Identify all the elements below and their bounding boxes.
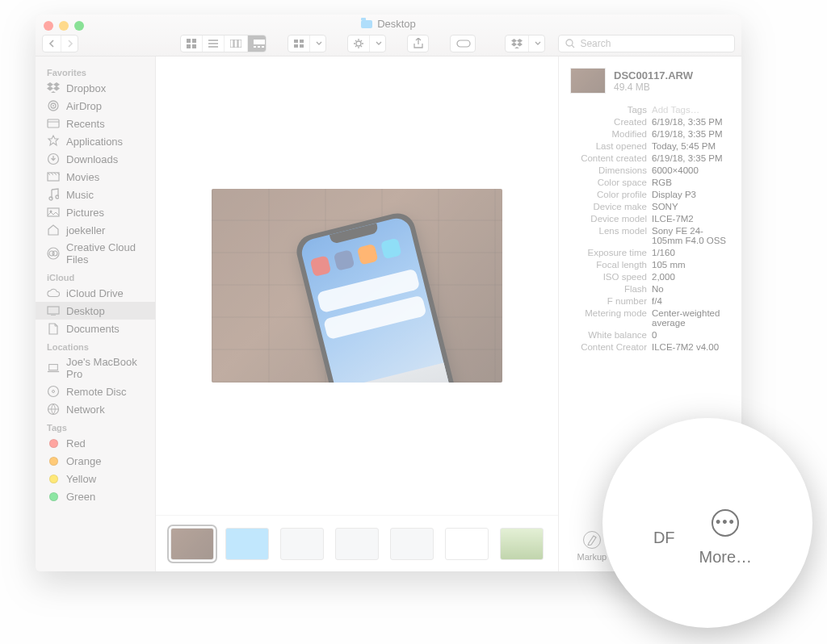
file-size: 49.4 MB — [614, 82, 693, 93]
icon-view-button[interactable] — [181, 36, 203, 52]
sidebar-item-label: Network — [66, 404, 105, 416]
svg-rect-0 — [187, 39, 191, 43]
forward-button[interactable] — [61, 36, 78, 52]
column-view-button[interactable] — [225, 36, 248, 52]
thumbnail-item[interactable] — [280, 528, 324, 560]
sidebar-item-label: Green — [66, 491, 95, 503]
svg-rect-6 — [238, 40, 241, 48]
meta-key: F number — [570, 296, 647, 306]
sidebar-item-label: Yellow — [66, 473, 96, 485]
thumbnail-item[interactable] — [500, 528, 544, 560]
network-icon — [47, 403, 60, 416]
sidebar-item-documents[interactable]: Documents — [36, 320, 155, 337]
window-title: Desktop — [36, 18, 741, 30]
thumbnail-item[interactable] — [335, 528, 379, 560]
sidebar-item-dropbox[interactable]: Dropbox — [36, 79, 155, 97]
quick-action-label: Markup — [577, 552, 607, 562]
share-button[interactable] — [407, 35, 429, 52]
svg-rect-1 — [192, 39, 196, 43]
downloads-icon — [47, 153, 60, 165]
sidebar-item-red[interactable]: Red — [36, 434, 155, 452]
sidebar-item-airdrop[interactable]: AirDrop — [36, 97, 155, 115]
meta-value[interactable]: Add Tags… — [652, 105, 730, 115]
sidebar-item-joekeller[interactable]: joekeller — [36, 221, 155, 239]
sidebar-item-network[interactable]: Network — [36, 400, 155, 418]
sidebar-item-label: Remote Disc — [66, 386, 126, 398]
meta-key: Lens model — [570, 226, 647, 245]
sidebar-item-downloads[interactable]: Downloads — [36, 150, 155, 168]
folder-icon — [361, 20, 372, 28]
svg-rect-31 — [48, 307, 59, 314]
sidebar-item-label: Desktop — [66, 305, 105, 317]
chevron-down-icon — [310, 36, 326, 52]
more-icon[interactable]: ••• — [712, 509, 739, 537]
gallery-view-button[interactable] — [248, 36, 267, 52]
sidebar-item-label: Pictures — [66, 207, 104, 219]
tag-dot-icon — [47, 437, 60, 450]
svg-rect-10 — [262, 46, 264, 48]
meta-value: No — [652, 284, 730, 294]
sidebar-item-desktop[interactable]: Desktop — [36, 302, 155, 320]
svg-rect-5 — [234, 40, 237, 48]
thumbnail-item[interactable] — [445, 528, 489, 560]
tag-dot-icon — [47, 490, 60, 503]
sidebar-item-label: iCloud Drive — [66, 287, 124, 299]
thumbnail-item[interactable] — [170, 528, 214, 560]
cc-icon — [47, 247, 60, 260]
meta-value: Display P3 — [652, 190, 730, 199]
sidebar-item-creative-cloud-files[interactable]: Creative Cloud Files — [36, 239, 155, 268]
sidebar-item-orange[interactable]: Orange — [36, 452, 155, 470]
documents-icon — [47, 322, 60, 335]
icloud-icon — [47, 286, 60, 299]
list-view-button[interactable] — [203, 36, 225, 52]
meta-key: Content created — [570, 153, 647, 163]
music-icon — [47, 188, 60, 201]
quick-action-markup[interactable]: Markup — [577, 531, 607, 562]
meta-value: Sony FE 24-105mm F4.0 OSS — [652, 226, 730, 245]
search-input[interactable]: Search — [558, 35, 735, 52]
gear-icon — [348, 36, 370, 52]
meta-key: Flash — [570, 284, 647, 294]
sidebar-item-music[interactable]: Music — [36, 186, 155, 203]
meta-value: 6/19/18, 3:35 PM — [652, 129, 730, 139]
svg-point-34 — [52, 391, 55, 393]
sidebar-item-label: Music — [66, 189, 94, 201]
back-button[interactable] — [43, 36, 61, 52]
sidebar-item-green[interactable]: Green — [36, 487, 155, 505]
movies-icon — [47, 170, 60, 183]
zoom-more-label[interactable]: More… — [699, 548, 753, 567]
meta-key: Metering mode — [570, 308, 647, 328]
thumbnail-item[interactable] — [225, 528, 269, 560]
sidebar-item-joe-s-macbook-pro[interactable]: Joe's MacBook Pro — [36, 353, 155, 383]
meta-value: 0 — [652, 330, 730, 340]
sidebar-item-label: Joe's MacBook Pro — [66, 356, 144, 380]
arrange-menu[interactable] — [288, 35, 326, 52]
recents-icon — [47, 117, 60, 130]
sidebar-item-movies[interactable]: Movies — [36, 168, 155, 186]
sidebar-item-icloud-drive[interactable]: iCloud Drive — [36, 284, 155, 302]
sidebar-item-remote-disc[interactable]: Remote Disc — [36, 383, 155, 400]
airdrop-icon — [47, 99, 60, 112]
meta-key: Created — [570, 117, 647, 127]
thumbnail-strip — [156, 515, 558, 571]
meta-value: Today, 5:45 PM — [652, 141, 730, 151]
sidebar-section-header: Tags — [36, 418, 155, 434]
dropbox-toolbar-button[interactable] — [505, 35, 545, 52]
sidebar-item-yellow[interactable]: Yellow — [36, 470, 155, 487]
tags-button[interactable] — [450, 35, 476, 52]
svg-point-17 — [566, 40, 573, 46]
sidebar-item-label: Creative Cloud Files — [66, 241, 144, 266]
action-menu[interactable] — [347, 35, 386, 52]
sidebar-item-applications[interactable]: Applications — [36, 132, 155, 150]
meta-value: ILCE-7M2 v4.00 — [652, 342, 730, 352]
sidebar-item-recents[interactable]: Recents — [36, 115, 155, 132]
search-placeholder: Search — [580, 38, 611, 49]
thumbnail-item[interactable] — [390, 528, 434, 560]
info-thumbnail — [570, 68, 606, 94]
sidebar-item-label: AirDrop — [66, 100, 102, 112]
preview-image[interactable] — [212, 189, 502, 383]
sidebar-item-pictures[interactable]: Pictures — [36, 203, 155, 221]
meta-value: SONY — [652, 202, 730, 211]
svg-rect-3 — [192, 44, 196, 48]
sidebar-item-label: Orange — [66, 455, 101, 467]
